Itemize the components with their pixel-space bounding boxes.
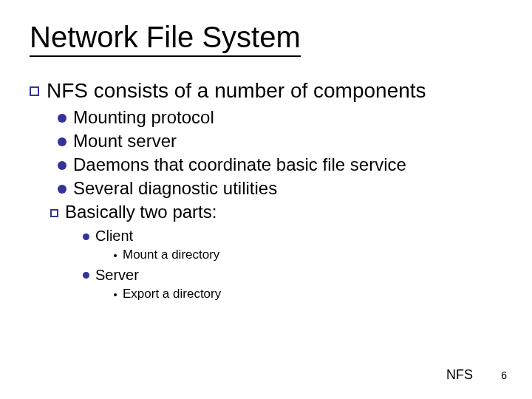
bullet-level2: Mounting protocol bbox=[58, 106, 502, 129]
slide: Network File System NFS consists of a nu… bbox=[0, 0, 532, 399]
bullet-level1: Basically two parts: bbox=[50, 201, 502, 223]
footer-label: NFS bbox=[446, 367, 473, 383]
bullet-text: Several diagnostic utilities bbox=[73, 177, 277, 200]
bullet-level4: Mount a directory bbox=[114, 247, 502, 264]
dot-bullet-icon bbox=[114, 254, 117, 257]
bullet-level3: Client bbox=[83, 226, 502, 245]
page-number: 6 bbox=[501, 369, 507, 381]
bullet-text: Mounting protocol bbox=[73, 106, 214, 129]
bullet-level2: Several diagnostic utilities bbox=[58, 177, 502, 200]
bullet-level4: Export a directory bbox=[114, 286, 502, 303]
bullet-text: Basically two parts: bbox=[65, 201, 216, 223]
bullet-text: Client bbox=[95, 226, 133, 245]
circle-bullet-icon bbox=[83, 272, 89, 279]
bullet-level1: NFS consists of a number of components bbox=[30, 78, 502, 103]
bullet-text: Mount a directory bbox=[123, 247, 219, 264]
bullet-text: Export a directory bbox=[123, 286, 221, 303]
bullet-level3: Server bbox=[83, 265, 502, 284]
square-bullet-icon bbox=[50, 209, 58, 217]
circle-bullet-icon bbox=[58, 185, 66, 194]
circle-bullet-icon bbox=[58, 137, 66, 146]
bullet-text: Daemons that coordinate basic file servi… bbox=[73, 154, 406, 176]
bullet-level2: Daemons that coordinate basic file servi… bbox=[58, 154, 502, 176]
bullet-text: NFS consists of a number of components bbox=[47, 78, 426, 103]
slide-title: Network File System bbox=[30, 21, 301, 57]
bullet-level2: Mount server bbox=[58, 130, 502, 152]
circle-bullet-icon bbox=[58, 161, 66, 170]
square-bullet-icon bbox=[30, 86, 39, 96]
bullet-text: Server bbox=[95, 265, 139, 284]
bullet-text: Mount server bbox=[73, 130, 177, 152]
circle-bullet-icon bbox=[58, 114, 66, 123]
circle-bullet-icon bbox=[83, 233, 89, 240]
dot-bullet-icon bbox=[114, 293, 117, 296]
